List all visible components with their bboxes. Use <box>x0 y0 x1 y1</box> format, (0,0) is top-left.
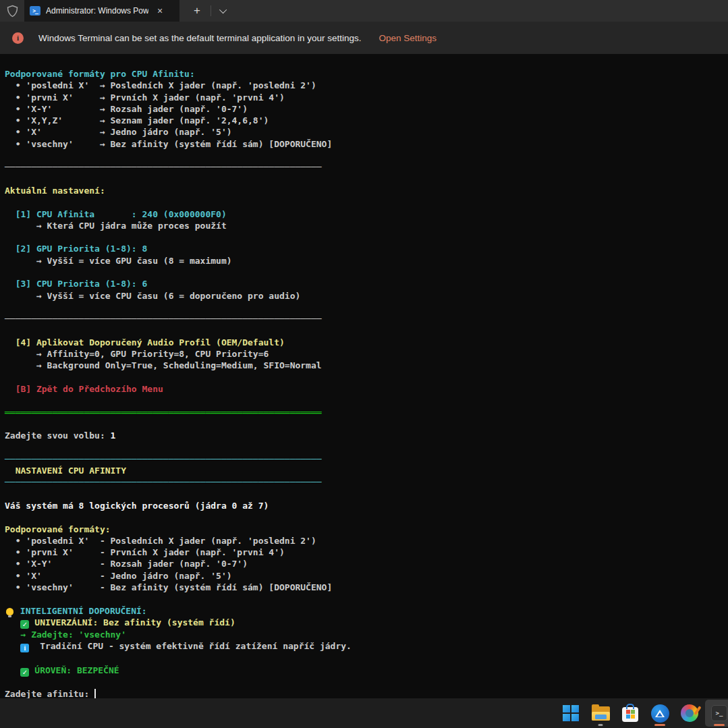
terminal-line: Zadejte afinitu: <box>5 688 728 698</box>
terminal-line: • 'prvni X' - Prvních X jader (např. 'pr… <box>5 547 728 558</box>
terminal-output[interactable]: Podporované formáty pro CPU Afinitu: • '… <box>0 54 728 698</box>
terminal-line <box>5 173 728 185</box>
terminal-line <box>5 677 728 688</box>
banner-message: Windows Terminal can be set as the defau… <box>38 33 362 43</box>
paint-icon <box>681 704 698 722</box>
tab-dropdown-button[interactable] <box>217 0 231 22</box>
terminal-line: • 'X' → Jedno jádro (např. '5') <box>5 126 728 138</box>
bulb-icon <box>6 608 13 615</box>
terminal-line <box>5 511 728 523</box>
titlebar: >_ Administrator: Windows PowerShell × + <box>0 0 728 22</box>
powershell-icon: >_ <box>30 6 40 16</box>
terminal-line: ────────────────────────────────────────… <box>5 161 728 173</box>
active-indicator <box>714 724 725 726</box>
terminal-line <box>5 418 728 430</box>
terminal-line: [3] CPU Priorita (1-8): 6 <box>5 278 728 289</box>
graphics-app-icon <box>651 704 669 723</box>
cursor-icon <box>94 689 96 698</box>
info-icon: i <box>20 644 29 652</box>
terminal-line: • 'X' - Jedno jádro (např. '5') <box>5 570 728 582</box>
terminal-line: i Tradiční CPU - systém efektivně řídí z… <box>5 640 728 652</box>
terminal-line <box>5 231 728 243</box>
start-icon <box>563 705 579 721</box>
check-icon: ✓ <box>20 620 29 629</box>
terminal-line: [4] Aplikovat Doporučený Audio Profil (O… <box>5 337 728 348</box>
running-indicator <box>598 724 603 726</box>
terminal-line: → Affinity=0, GPU Priority=8, CPU Priori… <box>5 348 728 360</box>
terminal-line: ────────────────────────────────────────… <box>5 453 728 465</box>
terminal-line <box>5 593 728 605</box>
admin-shield-icon <box>0 0 24 22</box>
terminal-line <box>5 488 728 500</box>
terminal-line: ────────────────────────────────────────… <box>5 476 728 488</box>
terminal-line <box>5 652 728 664</box>
terminal-line: [1] CPU Afinita : 240 (0x000000F0) <box>5 208 728 220</box>
titlebar-separator <box>211 5 211 16</box>
terminal-line <box>5 325 728 337</box>
terminal-line: Váš systém má 8 logických procesorů (jád… <box>5 500 728 511</box>
terminal-line <box>5 196 728 208</box>
check-icon: ✓ <box>20 668 29 677</box>
terminal-line: → Která CPU jádra může proces použít <box>5 220 728 231</box>
terminal-line: [2] GPU Priorita (1-8): 8 <box>5 243 728 254</box>
terminal-line: • 'vsechny' → Bez afinity (systém řídí s… <box>5 138 728 150</box>
terminal-line <box>5 442 728 453</box>
terminal-line: → Vyšší = více GPU času (8 = maximum) <box>5 255 728 267</box>
terminal-line: NASTAVENÍ CPU AFINITY <box>5 465 728 476</box>
terminal-line: INTELIGENTNÍ DOPORUČENÍ: <box>5 605 728 617</box>
taskbar-terminal-button[interactable]: >_ <box>705 700 728 727</box>
terminal-line <box>5 302 728 313</box>
terminal-line: • 'X-Y' - Rozsah jader (např. '0-7') <box>5 558 728 569</box>
tab-title: Administrator: Windows PowerShell <box>46 6 148 16</box>
terminal-line: ════════════════════════════════════════… <box>5 407 728 418</box>
taskbar: >_ <box>0 698 728 728</box>
terminal-line: • 'vsechny' - Bez afinity (systém řídí s… <box>5 582 728 593</box>
terminal-line: → Zadejte: 'vsechny' <box>5 629 728 640</box>
terminal-line: Podporované formáty: <box>5 524 728 535</box>
terminal-line: ────────────────────────────────────────… <box>5 313 728 325</box>
tab-close-icon[interactable]: × <box>154 6 166 16</box>
terminal-line: [B] Zpět do Předchozího Menu <box>5 383 728 395</box>
terminal-line: Podporované formáty pro CPU Afinitu: <box>5 68 728 80</box>
terminal-line: → Vyšší = více CPU času (6 = doporučeno … <box>5 290 728 302</box>
microsoft-store-icon <box>622 707 638 722</box>
terminal-line <box>5 150 728 161</box>
terminal-line: • 'X,Y,Z' → Seznam jader (např. '2,4,6,8… <box>5 115 728 126</box>
taskbar-microsoft-store-button[interactable] <box>616 700 644 727</box>
tab-administrator-powershell[interactable]: >_ Administrator: Windows PowerShell × <box>24 0 179 22</box>
active-indicator <box>654 724 665 726</box>
terminal-line: → Background Only=True, Scheduling=Mediu… <box>5 360 728 371</box>
info-icon: i <box>12 32 24 44</box>
terminal-line: ✓ ÚROVEŇ: BEZPEČNÉ <box>5 665 728 677</box>
new-tab-button[interactable]: + <box>190 4 204 18</box>
terminal-line: • 'prvni X' → Prvních X jader (např. 'pr… <box>5 92 728 103</box>
chevron-down-icon <box>219 6 227 13</box>
terminal-line: • 'posledni X' → Posledních X jader (nap… <box>5 80 728 91</box>
terminal-line: • 'posledni X' - Posledních X jader (nap… <box>5 535 728 547</box>
terminal-line: • 'X-Y' → Rozsah jader (např. '0-7') <box>5 103 728 115</box>
default-terminal-banner: i Windows Terminal can be set as the def… <box>0 22 728 54</box>
terminal-line: Aktuální nastavení: <box>5 185 728 196</box>
terminal-line: ✓ UNIVERZÁLNÍ: Bez afinity (systém řídí) <box>5 617 728 629</box>
terminal-line <box>5 395 728 406</box>
terminal-icon: >_ <box>711 705 727 721</box>
taskbar-start-button[interactable] <box>557 700 585 727</box>
taskbar-file-explorer-button[interactable] <box>586 700 615 727</box>
taskbar-graphics-app-button[interactable] <box>646 700 674 727</box>
taskbar-paint-button[interactable] <box>675 700 704 727</box>
terminal-line <box>5 372 728 383</box>
file-explorer-icon <box>592 706 610 721</box>
terminal-line <box>5 267 728 278</box>
open-settings-link[interactable]: Open Settings <box>379 33 437 43</box>
terminal-line: Zadejte svou volbu: 1 <box>5 430 728 441</box>
